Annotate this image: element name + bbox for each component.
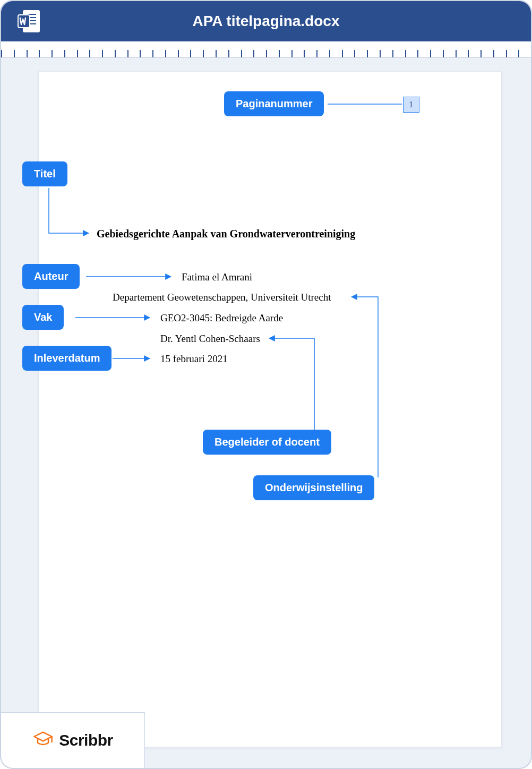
scribbr-cap-icon xyxy=(32,729,54,752)
brand-name: Scribbr xyxy=(59,731,113,749)
title-bar: APA titelpagina.docx xyxy=(1,1,531,41)
document-supervisor-text: Dr. Yentl Cohen-Schaars xyxy=(160,333,260,345)
tag-institution: Onderwijsinstelling xyxy=(253,475,374,500)
tag-title: Titel xyxy=(22,161,67,186)
app-frame: APA titelpagina.docx // ticks rendered b… xyxy=(0,0,532,769)
document-institution-text: Departement Geowetenschappen, Universite… xyxy=(113,292,331,303)
document-title-text: Gebiedsgerichte Aanpak van Grondwaterver… xyxy=(97,228,355,240)
tag-page-number: Paginanummer xyxy=(224,91,324,116)
page-number-value: 1 xyxy=(403,97,419,113)
tag-course: Vak xyxy=(22,305,64,330)
document-title: APA titelpagina.docx xyxy=(16,13,516,30)
brand-badge: Scribbr xyxy=(1,712,145,768)
document-canvas: Paginanummer Titel Auteur Vak Inleverdat… xyxy=(1,58,531,768)
tag-supervisor: Begeleider of docent xyxy=(203,430,331,455)
document-author-text: Fatima el Amrani xyxy=(182,271,252,283)
document-due-date-text: 15 februari 2021 xyxy=(160,353,228,365)
ruler: // ticks rendered below via repeated mar… xyxy=(1,41,531,58)
document-page xyxy=(38,71,502,747)
tag-due-date: Inleverdatum xyxy=(22,346,111,371)
document-course-text: GEO2-3045: Bedreigde Aarde xyxy=(160,312,283,324)
tag-author: Auteur xyxy=(22,264,80,289)
